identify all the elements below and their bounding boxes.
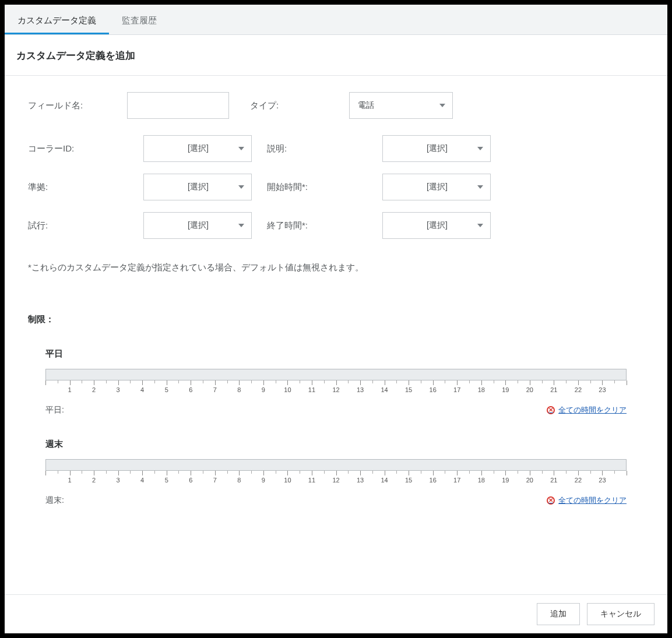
- hour-label: 11: [308, 477, 315, 484]
- weekday-block: 平日 1234567891011121314151617181920212223…: [45, 348, 627, 415]
- hour-label: 11: [308, 386, 315, 393]
- hour-label: 8: [237, 386, 241, 393]
- close-icon: ✕: [547, 406, 555, 414]
- chevron-down-icon: [238, 224, 244, 227]
- description-select[interactable]: [選択]: [382, 135, 491, 162]
- restrictions-label: 制限：: [28, 314, 667, 325]
- weekday-title: 平日: [45, 348, 627, 359]
- hour-label: 9: [262, 477, 265, 484]
- attempts-value: [選択]: [188, 220, 209, 231]
- weekend-ticks: 1234567891011121314151617181920212223: [45, 471, 627, 487]
- hour-label: 20: [526, 477, 533, 484]
- weekend-footer-label: 週末:: [45, 495, 64, 506]
- hour-label: 18: [478, 386, 485, 393]
- hour-label: 2: [92, 386, 96, 393]
- hour-label: 12: [332, 386, 339, 393]
- start-time-select[interactable]: [選択]: [382, 174, 491, 200]
- chevron-down-icon: [238, 147, 244, 150]
- add-button[interactable]: 追加: [537, 603, 580, 625]
- hour-label: 17: [453, 477, 460, 484]
- hour-label: 1: [68, 477, 71, 484]
- chevron-down-icon: [477, 147, 483, 150]
- hour-label: 2: [92, 477, 96, 484]
- compliance-select[interactable]: [選択]: [143, 174, 252, 200]
- main-window: カスタムデータ定義 監査履歴 カスタムデータ定義を追加 フィールド名: タイプ:…: [5, 5, 667, 633]
- hour-label: 21: [550, 477, 557, 484]
- hour-label: 18: [478, 477, 485, 484]
- start-time-label: 開始時間*:: [267, 182, 382, 193]
- weekday-footer-label: 平日:: [45, 405, 64, 415]
- attempts-select[interactable]: [選択]: [143, 212, 252, 239]
- caller-id-select[interactable]: [選択]: [143, 135, 252, 162]
- hour-label: 4: [140, 386, 144, 393]
- weekday-clear-text: 全ての時間をクリア: [558, 405, 627, 415]
- hour-label: 5: [165, 386, 168, 393]
- attempts-label: 試行:: [28, 220, 143, 231]
- hour-label: 20: [526, 386, 533, 393]
- hour-label: 5: [165, 477, 168, 484]
- close-icon: ✕: [547, 496, 555, 505]
- hour-label: 21: [550, 386, 557, 393]
- hour-label: 9: [262, 386, 265, 393]
- caller-id-label: コーラーID:: [28, 143, 143, 154]
- tab-audit-history[interactable]: 監査履歴: [109, 5, 170, 34]
- hour-label: 10: [284, 477, 291, 484]
- weekday-ruler[interactable]: [45, 369, 627, 380]
- weekend-block: 週末 1234567891011121314151617181920212223…: [45, 439, 627, 506]
- tab-custom-data[interactable]: カスタムデータ定義: [5, 5, 109, 34]
- hour-label: 23: [599, 477, 606, 484]
- end-time-value: [選択]: [427, 220, 448, 231]
- type-label: タイプ:: [250, 100, 349, 111]
- hour-label: 16: [430, 386, 437, 393]
- hour-label: 15: [405, 477, 412, 484]
- compliance-value: [選択]: [188, 182, 209, 192]
- compliance-label: 準拠:: [28, 182, 143, 193]
- cancel-button[interactable]: キャンセル: [587, 603, 655, 625]
- field-name-input[interactable]: [127, 92, 229, 119]
- end-time-select[interactable]: [選択]: [382, 212, 491, 239]
- hour-label: 13: [357, 386, 364, 393]
- end-time-label: 終了時間*:: [267, 220, 382, 231]
- hour-label: 23: [599, 386, 606, 393]
- tab-bar: カスタムデータ定義 監査履歴: [5, 5, 667, 35]
- note-text: *これらのカスタムデータ定義が指定されている場合、デフォルト値は無視されます。: [5, 262, 667, 273]
- weekday-ticks: 1234567891011121314151617181920212223: [45, 380, 627, 397]
- hour-label: 3: [117, 386, 120, 393]
- page-title: カスタムデータ定義を追加: [5, 35, 667, 75]
- hour-label: 14: [381, 477, 388, 484]
- hour-label: 8: [237, 477, 241, 484]
- hour-label: 10: [284, 386, 291, 393]
- hour-label: 13: [357, 477, 364, 484]
- hour-label: 1: [68, 386, 71, 393]
- hour-label: 12: [332, 477, 339, 484]
- hour-label: 7: [213, 477, 217, 484]
- hour-label: 16: [430, 477, 437, 484]
- hour-label: 22: [575, 477, 582, 484]
- hour-label: 7: [213, 386, 217, 393]
- hour-label: 15: [405, 386, 412, 393]
- weekend-ruler[interactable]: [45, 459, 627, 471]
- start-time-value: [選択]: [427, 182, 448, 192]
- description-value: [選択]: [427, 143, 448, 154]
- hour-label: 6: [189, 477, 192, 484]
- type-select[interactable]: 電話: [349, 92, 453, 119]
- weekend-title: 週末: [45, 439, 627, 450]
- hour-label: 3: [117, 477, 120, 484]
- chevron-down-icon: [477, 185, 483, 189]
- chevron-down-icon: [477, 224, 483, 227]
- field-name-label: フィールド名:: [28, 100, 127, 111]
- footer-bar: 追加 キャンセル: [5, 594, 667, 633]
- description-label: 説明:: [267, 143, 382, 154]
- hour-label: 17: [453, 386, 460, 393]
- hour-label: 19: [502, 477, 509, 484]
- weekend-clear-link[interactable]: ✕ 全ての時間をクリア: [547, 495, 627, 506]
- chevron-down-icon: [238, 185, 244, 189]
- hour-label: 4: [140, 477, 144, 484]
- chevron-down-icon: [439, 104, 445, 107]
- type-select-value: 電話: [358, 100, 374, 111]
- hour-label: 6: [189, 386, 192, 393]
- form-area: フィールド名: タイプ: 電話 コーラーID: [選択] 準拠:: [5, 76, 667, 245]
- weekday-clear-link[interactable]: ✕ 全ての時間をクリア: [547, 405, 627, 415]
- weekend-clear-text: 全ての時間をクリア: [558, 495, 627, 506]
- hour-label: 22: [575, 386, 582, 393]
